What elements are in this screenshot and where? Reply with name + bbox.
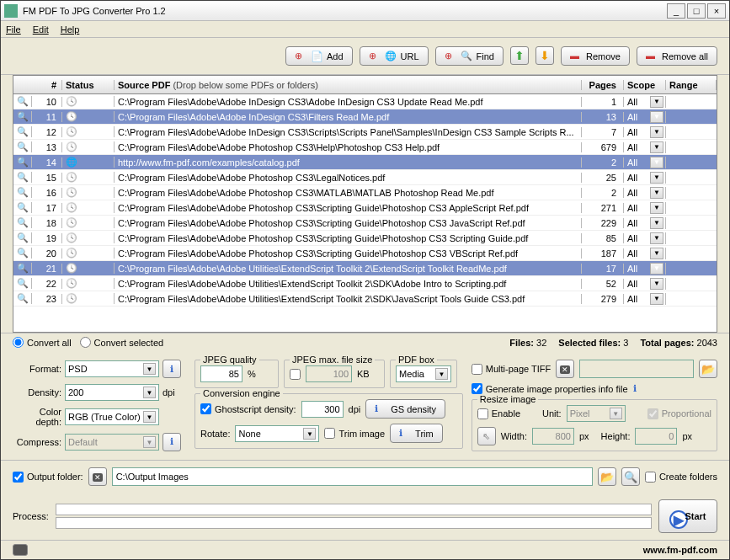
table-row[interactable]: 10C:\Program Files\Adobe\Adobe InDesign … bbox=[13, 94, 717, 109]
gs-density-check[interactable]: Ghostscript density: bbox=[200, 403, 296, 414]
remove-button[interactable]: Remove bbox=[561, 46, 630, 66]
menu-help[interactable]: Help bbox=[61, 24, 80, 35]
output-field[interactable]: C:\Output Images bbox=[112, 467, 593, 486]
output-explore-button[interactable] bbox=[621, 467, 640, 486]
zoom-icon[interactable] bbox=[17, 96, 29, 106]
zoom-icon[interactable] bbox=[17, 293, 29, 303]
format-combo[interactable]: PSD▼ bbox=[65, 360, 159, 377]
minimize-button[interactable]: _ bbox=[667, 3, 685, 19]
header-scope[interactable]: Scope bbox=[624, 80, 666, 90]
table-row[interactable]: 17C:\Program Files\Adobe\Adobe Photoshop… bbox=[13, 200, 717, 216]
depth-combo[interactable]: RGB (True Color)▼ bbox=[65, 408, 159, 425]
row-scope[interactable]: All▼ bbox=[624, 202, 666, 214]
remove-all-button[interactable]: Remove all bbox=[637, 46, 717, 66]
chevron-down-icon[interactable]: ▼ bbox=[650, 172, 663, 184]
table-row[interactable]: 11C:\Program Files\Adobe\Adobe InDesign … bbox=[13, 109, 717, 125]
add-button[interactable]: Add bbox=[285, 46, 353, 66]
zoom-icon[interactable] bbox=[17, 278, 29, 288]
zoom-icon[interactable] bbox=[17, 172, 29, 182]
start-button[interactable]: Start bbox=[658, 499, 717, 533]
resize-enable-check[interactable]: Enable bbox=[477, 408, 520, 419]
row-scope[interactable]: All▼ bbox=[624, 126, 666, 138]
table-row[interactable]: 18C:\Program Files\Adobe\Adobe Photoshop… bbox=[13, 216, 717, 231]
table-row[interactable]: 22C:\Program Files\Adobe\Adobe Utilities… bbox=[13, 276, 717, 291]
rotate-combo[interactable]: None▼ bbox=[235, 425, 319, 442]
output-clear-button[interactable] bbox=[88, 467, 107, 486]
row-scope[interactable]: All▼ bbox=[624, 217, 666, 229]
chevron-down-icon[interactable]: ▼ bbox=[650, 187, 663, 199]
move-up-button[interactable] bbox=[510, 46, 529, 65]
pdfbox-combo[interactable]: Media▼ bbox=[396, 365, 451, 382]
row-scope[interactable]: All▼ bbox=[624, 263, 666, 275]
footer-icon[interactable] bbox=[13, 544, 28, 556]
row-scope[interactable]: All▼ bbox=[624, 111, 666, 123]
chevron-down-icon[interactable]: ▼ bbox=[650, 278, 663, 290]
convert-all-radio[interactable]: Convert all bbox=[13, 337, 72, 348]
header-num[interactable]: # bbox=[32, 80, 62, 90]
row-scope[interactable]: All▼ bbox=[624, 293, 666, 305]
output-folder-check[interactable]: Output folder: bbox=[13, 472, 83, 483]
convert-selected-radio[interactable]: Convert selected bbox=[80, 337, 164, 348]
website-link[interactable]: www.fm-pdf.com bbox=[643, 545, 717, 555]
jpeg-max-check[interactable] bbox=[290, 369, 301, 380]
row-scope[interactable]: All▼ bbox=[624, 278, 666, 290]
multi-tiff-check[interactable]: Multi-page TIFF bbox=[472, 364, 551, 375]
table-row[interactable]: 20C:\Program Files\Adobe\Adobe Photoshop… bbox=[13, 246, 717, 261]
zoom-icon[interactable] bbox=[17, 232, 29, 243]
chevron-down-icon[interactable]: ▼ bbox=[650, 141, 663, 153]
table-row[interactable]: 13C:\Program Files\Adobe\Adobe Photoshop… bbox=[13, 140, 717, 155]
compress-info-button[interactable] bbox=[163, 433, 181, 451]
zoom-icon[interactable] bbox=[17, 141, 29, 152]
multi-clear-button[interactable] bbox=[556, 360, 574, 378]
zoom-icon[interactable] bbox=[17, 217, 29, 227]
close-button[interactable]: × bbox=[707, 3, 726, 19]
table-row[interactable]: 14http://www.fm-pdf.com/examples/catalog… bbox=[13, 155, 717, 170]
output-browse-button[interactable] bbox=[598, 467, 616, 486]
table-row[interactable]: 12C:\Program Files\Adobe\Adobe InDesign … bbox=[13, 125, 717, 140]
chevron-down-icon[interactable]: ▼ bbox=[650, 293, 663, 305]
format-info-button[interactable] bbox=[163, 360, 181, 378]
zoom-icon[interactable] bbox=[17, 202, 29, 212]
row-scope[interactable]: All▼ bbox=[624, 96, 666, 108]
zoom-icon[interactable] bbox=[17, 111, 29, 121]
multi-browse-button[interactable] bbox=[699, 360, 717, 378]
table-row[interactable]: 23C:\Program Files\Adobe\Adobe Utilities… bbox=[13, 291, 717, 307]
row-scope[interactable]: All▼ bbox=[624, 157, 666, 168]
zoom-icon[interactable] bbox=[17, 157, 29, 167]
chevron-down-icon[interactable]: ▼ bbox=[650, 126, 663, 138]
table-row[interactable]: 21C:\Program Files\Adobe\Adobe Utilities… bbox=[13, 261, 717, 276]
gen-props-check[interactable]: Generate image properties info file bbox=[472, 383, 628, 394]
density-combo[interactable]: 200▼ bbox=[65, 384, 159, 401]
find-button[interactable]: Find bbox=[435, 46, 504, 66]
trim-check[interactable]: Trim image bbox=[324, 428, 385, 439]
chevron-down-icon[interactable]: ▼ bbox=[650, 232, 663, 244]
table-row[interactable]: 15C:\Program Files\Adobe\Adobe Photoshop… bbox=[13, 170, 717, 185]
chevron-down-icon[interactable]: ▼ bbox=[650, 96, 663, 108]
chevron-down-icon[interactable]: ▼ bbox=[650, 111, 663, 123]
zoom-icon[interactable] bbox=[17, 263, 29, 273]
move-down-button[interactable] bbox=[536, 46, 554, 65]
row-scope[interactable]: All▼ bbox=[624, 248, 666, 259]
zoom-icon[interactable] bbox=[17, 126, 29, 136]
row-scope[interactable]: All▼ bbox=[624, 187, 666, 199]
menu-file[interactable]: File bbox=[6, 24, 21, 35]
maximize-button[interactable]: □ bbox=[687, 3, 706, 19]
menu-edit[interactable]: Edit bbox=[33, 24, 49, 35]
row-scope[interactable]: All▼ bbox=[624, 232, 666, 244]
chevron-down-icon[interactable]: ▼ bbox=[650, 263, 663, 275]
header-range[interactable]: Range bbox=[666, 80, 717, 90]
zoom-icon[interactable] bbox=[17, 187, 29, 197]
row-scope[interactable]: All▼ bbox=[624, 172, 666, 184]
chevron-down-icon[interactable]: ▼ bbox=[650, 217, 663, 229]
table-row[interactable]: 16C:\Program Files\Adobe\Adobe Photoshop… bbox=[13, 185, 717, 200]
chevron-down-icon[interactable]: ▼ bbox=[650, 202, 663, 214]
zoom-icon[interactable] bbox=[17, 248, 29, 258]
table-row[interactable]: 19C:\Program Files\Adobe\Adobe Photoshop… bbox=[13, 231, 717, 246]
create-folders-check[interactable]: Create folders bbox=[645, 472, 717, 483]
header-status[interactable]: Status bbox=[62, 80, 115, 90]
url-button[interactable]: URL bbox=[360, 46, 429, 66]
header-source[interactable]: Source PDF (Drop below some PDFs or fold… bbox=[115, 80, 582, 90]
jpeg-quality-input[interactable] bbox=[200, 365, 242, 382]
gs-density-button[interactable]: GS density bbox=[365, 399, 445, 419]
chevron-down-icon[interactable]: ▼ bbox=[650, 157, 663, 168]
